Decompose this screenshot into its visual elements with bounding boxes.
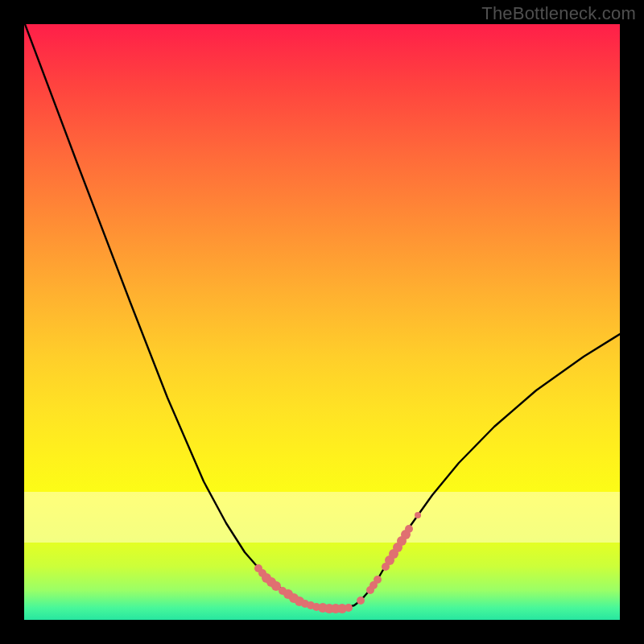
curve-group xyxy=(25,24,620,608)
series-left-curve xyxy=(25,24,318,607)
marker-bead xyxy=(374,576,382,584)
marker-bead xyxy=(405,525,413,533)
marker-group xyxy=(254,512,421,613)
marker-bead xyxy=(415,512,421,518)
marker-bead xyxy=(345,604,353,612)
chart-svg xyxy=(24,24,620,620)
chart-plot-area xyxy=(24,24,620,620)
watermark-text: TheBottleneck.com xyxy=(481,3,636,24)
marker-bead xyxy=(357,597,365,605)
